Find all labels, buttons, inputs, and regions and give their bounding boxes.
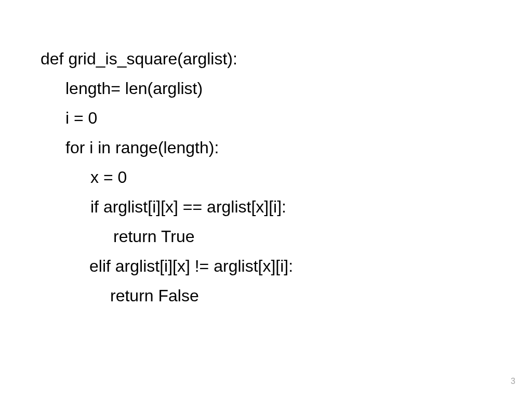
code-line-1: def grid_is_square(arglist): — [41, 44, 532, 74]
code-line-4: for i in range(length): — [41, 133, 532, 163]
code-line-5: x = 0 — [41, 163, 532, 192]
code-line-2: length= len(arglist) — [41, 74, 532, 103]
code-line-7: return True — [41, 222, 532, 251]
code-line-8: elif arglist[i][x] != arglist[x][i]: — [41, 251, 532, 281]
code-line-3: i = 0 — [41, 103, 532, 133]
page-number: 3 — [511, 377, 515, 386]
slide-content: def grid_is_square(arglist): length= len… — [0, 0, 532, 311]
code-line-9: return False — [41, 281, 532, 311]
code-line-6: if arglist[i][x] == arglist[x][i]: — [41, 192, 532, 222]
